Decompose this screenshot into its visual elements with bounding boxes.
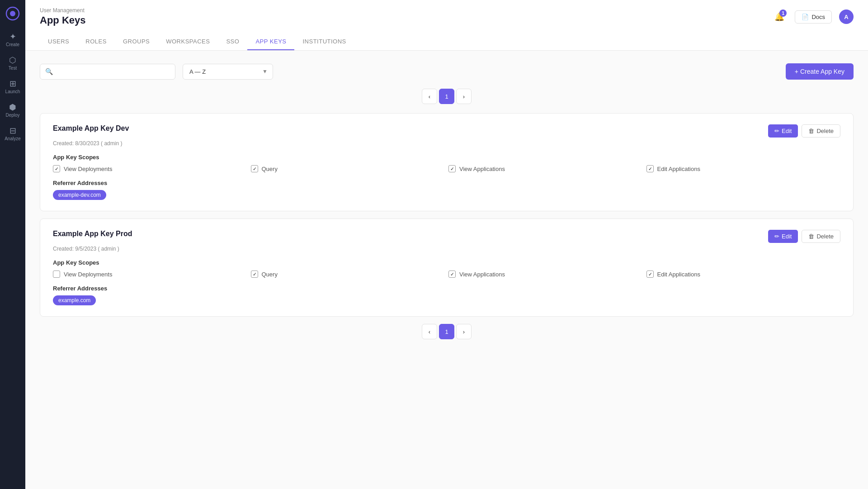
referrer-tags: example.com: [53, 295, 840, 305]
scope-label: Query: [262, 271, 278, 278]
referrer-tag: example.com: [53, 295, 96, 305]
trash-icon: 🗑: [808, 233, 814, 240]
edit-button[interactable]: ✏ Edit: [768, 230, 798, 243]
page-1-button-bottom[interactable]: 1: [439, 324, 454, 339]
scope-checkbox: [646, 165, 654, 172]
tab-groups[interactable]: GROUPS: [115, 33, 158, 50]
docs-icon: 📄: [802, 14, 809, 20]
scope-label: Edit Applications: [657, 271, 700, 278]
test-icon: ⬡: [9, 56, 16, 64]
sidebar-item-create[interactable]: ✦ Create: [2, 29, 24, 51]
header-top: User Management App Keys 🔔 1 📄 Docs A: [40, 7, 854, 26]
tabs: USERS ROLES GROUPS WORKSPACES SSO APP KE…: [40, 33, 854, 50]
trash-icon: 🗑: [808, 128, 814, 134]
scopes-label: App Key Scopes: [53, 259, 840, 266]
delete-button[interactable]: 🗑 Delete: [802, 230, 840, 243]
prev-page-button[interactable]: ‹: [422, 89, 437, 104]
scopes-label: App Key Scopes: [53, 154, 840, 161]
sidebar-logo[interactable]: [5, 5, 21, 22]
launch-icon: ⊞: [9, 80, 16, 88]
card-created: Created: 9/5/2023 ( admin ): [53, 246, 840, 252]
app-key-list: Example App Key Dev ✏ Edit 🗑 Delete Crea…: [40, 113, 854, 317]
header-actions: 🔔 1 📄 Docs A: [771, 9, 854, 25]
analyze-icon: ⊟: [9, 127, 16, 135]
scope-checkbox: [251, 165, 258, 172]
tab-institutions[interactable]: INSTITUTIONS: [294, 33, 354, 50]
sort-select-wrap: A — Z Z — A ▼: [183, 64, 273, 80]
referrer-tag: example-dev.com: [53, 190, 106, 200]
referrer-label: Referrer Addresses: [53, 180, 840, 186]
docs-button[interactable]: 📄 Docs: [795, 10, 832, 24]
tab-sso[interactable]: SSO: [218, 33, 247, 50]
card-header: Example App Key Prod ✏ Edit 🗑 Delete: [53, 230, 840, 243]
sidebar-item-analyze[interactable]: ⊟ Analyze: [2, 123, 24, 145]
prev-page-button-bottom[interactable]: ‹: [422, 324, 437, 339]
page-heading: User Management App Keys: [40, 7, 85, 26]
card-actions: ✏ Edit 🗑 Delete: [768, 124, 840, 138]
app-key-card-prod: Example App Key Prod ✏ Edit 🗑 Delete Cre…: [40, 218, 854, 317]
sidebar-item-deploy[interactable]: ⬢ Deploy: [2, 100, 24, 121]
pagination-top: ‹ 1 ›: [40, 89, 854, 104]
svg-point-1: [10, 11, 15, 16]
page-1-button[interactable]: 1: [439, 89, 454, 104]
scope-checkbox: [448, 165, 456, 172]
scope-checkbox: [448, 271, 456, 278]
scope-checkbox: [53, 165, 60, 172]
card-created: Created: 8/30/2023 ( admin ): [53, 140, 840, 147]
search-input[interactable]: [40, 64, 175, 80]
card-header: Example App Key Dev ✏ Edit 🗑 Delete: [53, 124, 840, 138]
sidebar-item-test[interactable]: ⬡ Test: [2, 52, 24, 74]
sidebar-item-launch[interactable]: ⊞ Launch: [2, 76, 24, 98]
next-page-button-bottom[interactable]: ›: [456, 324, 472, 339]
scope-checkbox: [646, 271, 654, 278]
sidebar-item-label: Analyze: [5, 136, 21, 141]
card-actions: ✏ Edit 🗑 Delete: [768, 230, 840, 243]
referrer-tags: example-dev.com: [53, 190, 840, 200]
scope-checkbox: [251, 271, 258, 278]
scope-item: Edit Applications: [646, 165, 841, 172]
scope-item: Query: [251, 165, 445, 172]
tab-roles[interactable]: ROLES: [77, 33, 115, 50]
next-page-button[interactable]: ›: [456, 89, 472, 104]
content-area: 🔍 A — Z Z — A ▼ + Create App Key ‹ 1 › E…: [25, 51, 868, 489]
notification-badge: 1: [779, 9, 787, 17]
sidebar-item-label: Test: [9, 66, 17, 71]
sidebar: ✦ Create ⬡ Test ⊞ Launch ⬢ Deploy ⊟ Anal…: [0, 0, 25, 489]
scope-label: View Deployments: [64, 271, 112, 278]
sidebar-item-label: Launch: [5, 89, 20, 94]
toolbar: 🔍 A — Z Z — A ▼ + Create App Key: [40, 63, 854, 80]
scope-label: Edit Applications: [657, 166, 700, 172]
main-content: User Management App Keys 🔔 1 📄 Docs A US…: [25, 0, 868, 489]
scope-label: Query: [262, 166, 278, 172]
tab-users[interactable]: USERS: [40, 33, 77, 50]
tab-app-keys[interactable]: APP KEYS: [247, 33, 294, 50]
avatar[interactable]: A: [839, 9, 854, 24]
app-key-card-dev: Example App Key Dev ✏ Edit 🗑 Delete Crea…: [40, 113, 854, 211]
pagination-bottom: ‹ 1 ›: [40, 324, 854, 339]
edit-button[interactable]: ✏ Edit: [768, 124, 798, 138]
edit-icon: ✏: [774, 233, 779, 240]
card-title: Example App Key Dev: [53, 124, 129, 133]
deploy-icon: ⬢: [9, 103, 16, 111]
scope-item: Query: [251, 271, 445, 278]
create-app-key-button[interactable]: + Create App Key: [786, 63, 854, 80]
scope-checkbox: [53, 271, 60, 278]
delete-button[interactable]: 🗑 Delete: [802, 124, 840, 138]
scope-label: View Applications: [459, 271, 505, 278]
scope-label: View Applications: [459, 166, 505, 172]
scope-item: View Deployments: [53, 271, 247, 278]
scope-label: View Deployments: [64, 166, 112, 172]
edit-icon: ✏: [774, 128, 779, 134]
search-input-wrap: 🔍: [40, 64, 175, 80]
card-title: Example App Key Prod: [53, 230, 132, 238]
create-icon: ✦: [9, 33, 16, 41]
scope-item: View Deployments: [53, 165, 247, 172]
sidebar-item-label: Create: [6, 42, 19, 47]
referrer-label: Referrer Addresses: [53, 285, 840, 292]
notification-button[interactable]: 🔔 1: [771, 9, 788, 25]
sort-select[interactable]: A — Z Z — A: [183, 64, 273, 80]
scope-item: Edit Applications: [646, 271, 841, 278]
page-title: App Keys: [40, 14, 85, 26]
docs-label: Docs: [811, 14, 825, 20]
tab-workspaces[interactable]: WORKSPACES: [158, 33, 218, 50]
